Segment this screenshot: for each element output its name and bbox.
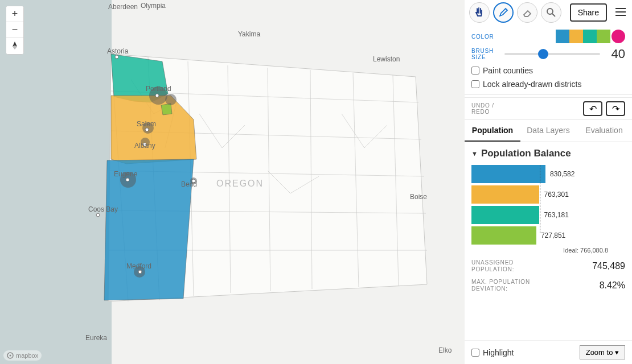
svg-text:Eureka: Eureka <box>85 334 107 342</box>
svg-text:Aberdeen: Aberdeen <box>108 3 138 11</box>
population-bar-label: 763,301 <box>544 191 568 198</box>
bottom-row: Highlight Zoom to ▾ <box>465 340 632 364</box>
brush-size-slider[interactable] <box>504 53 600 55</box>
lock-districts-option[interactable]: Lock already-drawn districts <box>471 80 625 89</box>
population-balance-header[interactable]: ▼ Population Balance <box>471 148 625 159</box>
population-bar-row: 830,582 <box>471 165 625 183</box>
undo-redo-label: UNDO / REDO <box>471 102 500 115</box>
district-blue <box>104 159 194 300</box>
state-label: OREGON <box>216 179 264 188</box>
paint-counties-option[interactable]: Paint counties <box>471 66 625 75</box>
reset-north-button[interactable] <box>6 38 23 54</box>
dropdown-icon: ▾ <box>615 348 619 357</box>
population-bars: 830,582763,301763,181727,851 <box>471 165 625 245</box>
brush-size-label: BRUSH SIZE <box>471 48 500 60</box>
population-bar-label: 830,582 <box>550 170 574 178</box>
unassigned-label: UNASSIGNED POPULATION: <box>471 259 557 273</box>
swatch-2[interactable] <box>569 30 583 43</box>
svg-text:Elko: Elko <box>438 346 452 354</box>
ideal-label: Ideal: 766,080.8 <box>471 247 625 254</box>
svg-point-9 <box>115 55 118 59</box>
svg-point-31 <box>10 355 11 357</box>
redo-button[interactable]: ↷ <box>606 101 625 116</box>
svg-point-32 <box>547 9 553 14</box>
tab-evaluation[interactable]: Evaluation <box>576 120 632 142</box>
share-button[interactable]: Share <box>570 3 607 22</box>
population-bar-row: 763,181 <box>471 206 625 224</box>
svg-point-24 <box>96 213 100 217</box>
eraser-tool[interactable] <box>517 2 537 23</box>
population-bar <box>471 165 545 183</box>
zoom-controls: + − <box>6 6 24 55</box>
population-panel: ▼ Population Balance 830,582763,301763,1… <box>465 142 632 340</box>
population-bar-row: 763,301 <box>471 185 625 204</box>
brush-tool[interactable] <box>493 2 514 23</box>
population-bar <box>471 206 539 224</box>
svg-text:Lewiston: Lewiston <box>373 55 400 63</box>
svg-point-1 <box>165 94 177 105</box>
ideal-line <box>540 165 540 233</box>
svg-text:Yakima: Yakima <box>238 30 260 38</box>
inspect-tool[interactable] <box>541 2 561 23</box>
swatch-4[interactable] <box>597 30 610 43</box>
svg-text:Salem: Salem <box>137 120 156 128</box>
pan-tool[interactable] <box>469 2 490 23</box>
brush-size-value: 40 <box>605 47 625 61</box>
population-bar-row: 727,851 <box>471 226 625 245</box>
tab-population[interactable]: Population <box>465 120 520 142</box>
svg-text:Boise: Boise <box>410 193 427 201</box>
svg-text:Portland: Portland <box>146 85 171 93</box>
map-canvas[interactable]: OREGON Aberdeen Olympia Astoria Yakima P… <box>0 0 465 364</box>
swatch-3[interactable] <box>583 30 597 43</box>
undo-redo-row: UNDO / REDO ↶ ↷ <box>465 97 632 120</box>
collapse-icon: ▼ <box>471 150 478 157</box>
svg-text:Coos Bay: Coos Bay <box>88 205 118 213</box>
mapbox-attribution: mapbox <box>3 350 42 361</box>
svg-point-12 <box>155 94 159 97</box>
zoom-in-button[interactable]: + <box>6 6 23 22</box>
tab-data-layers[interactable]: Data Layers <box>520 120 576 142</box>
svg-point-19 <box>126 178 129 181</box>
svg-text:Albany: Albany <box>134 142 155 150</box>
tool-toolbar: Share <box>465 0 632 26</box>
deviation-label: MAX. POPULATION DEVIATION: <box>471 279 557 292</box>
paint-counties-checkbox[interactable] <box>471 67 479 75</box>
sidebar: Share COLOR BRUSH SIZE 40 Paint counties <box>465 0 632 364</box>
highlight-option[interactable]: Highlight <box>471 348 514 357</box>
zoom-out-button[interactable]: − <box>6 22 23 38</box>
svg-text:Eugene: Eugene <box>114 170 138 178</box>
color-swatches <box>556 30 625 43</box>
undo-button[interactable]: ↶ <box>583 101 602 116</box>
district-green <box>161 104 172 115</box>
zoom-to-button[interactable]: Zoom to ▾ <box>580 345 625 359</box>
swatch-5[interactable] <box>612 30 625 43</box>
svg-text:Astoria: Astoria <box>107 47 129 55</box>
svg-text:Medford: Medford <box>126 262 151 270</box>
population-bar-label: 763,181 <box>544 211 568 219</box>
svg-text:Olympia: Olympia <box>141 2 166 10</box>
svg-point-26 <box>138 270 142 274</box>
tabs: Population Data Layers Evaluation <box>465 120 632 142</box>
svg-line-33 <box>552 14 555 16</box>
swatch-1[interactable] <box>556 30 569 43</box>
population-bar <box>471 185 539 204</box>
color-label: COLOR <box>471 34 500 40</box>
svg-point-14 <box>145 128 149 131</box>
menu-button[interactable] <box>615 7 626 18</box>
deviation-value: 8.42% <box>600 280 625 291</box>
lock-districts-checkbox[interactable] <box>471 80 479 88</box>
map-svg: OREGON Aberdeen Olympia Astoria Yakima P… <box>0 0 465 364</box>
unassigned-value: 745,489 <box>592 261 625 271</box>
brush-settings: COLOR BRUSH SIZE 40 Paint counties Lock … <box>465 26 632 95</box>
svg-text:Bend: Bend <box>181 180 197 188</box>
highlight-checkbox[interactable] <box>471 349 479 357</box>
population-bar-label: 727,851 <box>541 231 565 239</box>
population-bar <box>471 226 536 245</box>
